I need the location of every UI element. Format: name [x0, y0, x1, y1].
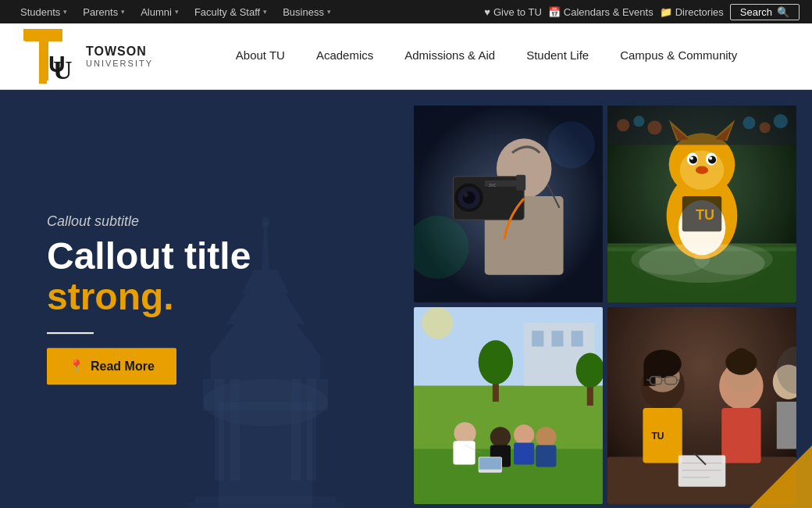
nav-admissions[interactable]: Admissions & Aid — [389, 23, 511, 90]
photo-mascot: TU — [607, 106, 796, 302]
svg-point-78 — [454, 422, 475, 444]
chevron-down-icon: ▾ — [327, 8, 331, 16]
search-icon: 🔍 — [777, 6, 789, 18]
nav-about-tu[interactable]: About TU — [220, 23, 301, 90]
utility-right: ♥ Give to TU 📅 Calendars & Events 📁 Dire… — [484, 4, 800, 20]
svg-rect-110 — [777, 402, 796, 449]
svg-point-19 — [262, 217, 269, 225]
svg-rect-96 — [643, 364, 655, 386]
svg-rect-20 — [195, 496, 336, 503]
svg-rect-11 — [230, 379, 240, 481]
svg-rect-79 — [453, 441, 475, 464]
svg-rect-4 — [25, 30, 62, 41]
utility-nav-faculty[interactable]: Faculty & Staff ▾ — [187, 6, 275, 18]
photo-grid: JVC — [414, 106, 796, 504]
chevron-down-icon: ▾ — [263, 8, 267, 16]
svg-point-63 — [647, 120, 661, 134]
svg-line-101 — [677, 380, 680, 381]
svg-point-82 — [514, 424, 534, 445]
directories-link[interactable]: 📁 Directories — [660, 6, 724, 18]
main-nav-links: About TU Academics Admissions & Aid Stud… — [184, 23, 789, 90]
chevron-down-icon: ▾ — [63, 8, 67, 16]
svg-point-61 — [617, 119, 629, 131]
svg-point-59 — [694, 243, 773, 274]
main-nav: U U TOWSON UNIVERSITY About TU Aca — [0, 23, 812, 90]
svg-point-52 — [690, 157, 693, 160]
svg-rect-83 — [514, 442, 534, 464]
svg-text:TU: TU — [696, 207, 714, 223]
give-to-tu-link[interactable]: ♥ Give to TU — [484, 6, 542, 18]
photo-students-outside — [414, 307, 603, 504]
callout-subtitle: Callout subtitle — [47, 213, 251, 230]
svg-line-99 — [646, 380, 650, 381]
calendar-icon: 📅 — [548, 6, 561, 18]
nav-student-life[interactable]: Student Life — [511, 23, 604, 90]
utility-nav-parents[interactable]: Parents ▾ — [75, 6, 133, 18]
utility-nav-business[interactable]: Business ▾ — [275, 6, 339, 18]
svg-point-53 — [709, 157, 712, 160]
svg-point-75 — [479, 340, 513, 384]
logo-text: TOWSON UNIVERSITY — [86, 45, 153, 68]
svg-rect-71 — [532, 331, 543, 346]
svg-point-51 — [708, 156, 716, 164]
svg-point-66 — [774, 114, 788, 128]
svg-marker-17 — [262, 231, 269, 270]
nav-academics[interactable]: Academics — [301, 23, 389, 90]
search-button[interactable]: Search 🔍 — [730, 4, 800, 20]
nav-campus-community[interactable]: Campus & Community — [604, 23, 753, 90]
photo-camera-student: JVC — [414, 106, 603, 302]
utility-nav-alumni[interactable]: Alumni ▾ — [133, 6, 187, 18]
callout-divider — [47, 332, 94, 334]
svg-point-62 — [633, 116, 644, 127]
svg-rect-12 — [291, 379, 301, 481]
calendars-link[interactable]: 📅 Calendars & Events — [548, 6, 654, 18]
svg-rect-33 — [516, 175, 525, 191]
utility-bar: Students ▾ Parents ▾ Alumni ▾ Faculty & … — [0, 0, 812, 23]
location-pin-icon: 📍 — [69, 359, 84, 374]
logo[interactable]: U U TOWSON UNIVERSITY — [23, 29, 153, 84]
svg-rect-85 — [536, 445, 556, 467]
callout-strong: strong. — [47, 277, 174, 318]
heart-icon: ♥ — [484, 6, 490, 18]
photo-students-studying: TU — [607, 307, 796, 504]
svg-rect-87 — [479, 458, 501, 470]
hero-section: Callout subtitle Callout title strong. 📍… — [0, 90, 812, 508]
read-more-button[interactable]: 📍 Read More — [47, 348, 176, 385]
svg-rect-5 — [39, 41, 48, 80]
svg-point-65 — [760, 122, 771, 133]
svg-point-107 — [733, 348, 749, 360]
callout: Callout subtitle Callout title strong. 📍… — [47, 213, 251, 385]
logo-icon: U U — [23, 29, 78, 84]
svg-point-84 — [536, 427, 556, 447]
svg-point-36 — [547, 121, 594, 168]
svg-point-54 — [696, 166, 708, 174]
chevron-down-icon: ▾ — [175, 8, 179, 16]
svg-point-30 — [464, 192, 468, 197]
svg-rect-21 — [187, 503, 344, 508]
utility-nav: Students ▾ Parents ▾ Alumni ▾ Faculty & … — [12, 6, 481, 18]
svg-text:JVC: JVC — [489, 183, 497, 188]
svg-rect-73 — [572, 331, 583, 346]
svg-point-64 — [743, 116, 755, 129]
svg-point-80 — [490, 427, 511, 447]
svg-text:TU: TU — [651, 431, 664, 442]
svg-text:U: U — [53, 55, 73, 84]
svg-point-50 — [689, 156, 697, 164]
svg-rect-10 — [215, 379, 224, 481]
chevron-down-icon: ▾ — [121, 8, 125, 16]
svg-rect-13 — [307, 379, 316, 481]
svg-rect-108 — [721, 408, 760, 463]
callout-title: Callout title strong. — [47, 236, 251, 319]
utility-nav-students[interactable]: Students ▾ — [12, 6, 75, 18]
folder-icon: 📁 — [660, 6, 672, 18]
svg-point-89 — [422, 307, 453, 338]
svg-rect-72 — [551, 331, 563, 346]
